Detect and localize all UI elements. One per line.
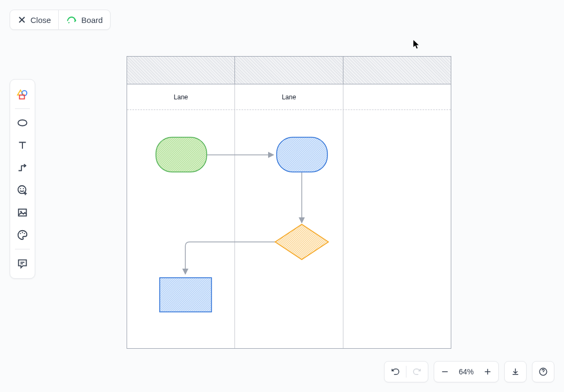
lane-title[interactable]: Lane (127, 84, 235, 109)
close-icon (18, 15, 26, 24)
terminator-shape[interactable] (156, 137, 207, 172)
lane-title[interactable]: Lane (235, 84, 343, 109)
connector-icon (17, 162, 28, 174)
zoom-level[interactable]: 64% (456, 367, 477, 376)
help-group (532, 361, 554, 382)
text-tool[interactable] (13, 136, 32, 155)
connector-tool[interactable] (13, 158, 32, 177)
text-icon (17, 139, 28, 151)
redo-icon (412, 367, 422, 377)
svg-point-3 (18, 120, 27, 126)
svg-point-4 (18, 186, 26, 194)
palette-icon (17, 229, 28, 241)
svg-point-10 (22, 232, 23, 233)
download-group (504, 361, 527, 382)
palette-tool[interactable] (13, 225, 32, 245)
ellipse-icon (17, 117, 28, 129)
lane-body[interactable] (343, 110, 451, 348)
zoom-controls: 64% (434, 361, 499, 382)
svg-point-6 (23, 188, 24, 189)
emoji-icon (17, 184, 28, 196)
svg-point-9 (20, 233, 21, 234)
bottom-controls: 64% (384, 361, 554, 382)
board-button[interactable]: Board (58, 10, 110, 29)
undo-button[interactable] (385, 361, 406, 382)
swimlane-header-row (127, 57, 451, 84)
ellipse-tool[interactable] (13, 113, 32, 132)
history-controls (384, 361, 428, 382)
close-label: Close (30, 15, 51, 25)
image-tool[interactable] (13, 203, 32, 222)
svg-point-5 (20, 188, 21, 189)
comment-icon (17, 257, 28, 269)
board-icon (66, 14, 77, 25)
lane-title[interactable] (343, 84, 451, 109)
separator (15, 249, 30, 249)
separator (15, 108, 30, 109)
close-button[interactable]: Close (10, 10, 58, 29)
swimlane-header[interactable] (235, 57, 343, 84)
swimlane-header[interactable] (127, 57, 235, 84)
lane-title-row: Lane Lane (127, 84, 451, 110)
image-icon (17, 207, 28, 218)
swimlane-header[interactable] (343, 57, 451, 84)
top-toolbar: Close Board (10, 10, 111, 30)
comment-tool[interactable] (13, 254, 32, 273)
download-button[interactable] (505, 361, 526, 382)
emoji-tool[interactable] (13, 181, 32, 200)
board-label: Board (81, 15, 103, 25)
zoom-in-button[interactable] (477, 361, 498, 382)
process-shape[interactable] (277, 137, 327, 172)
zoom-out-button[interactable] (434, 361, 456, 382)
shapes-tool[interactable] (13, 85, 32, 104)
download-icon (511, 367, 520, 377)
redo-button[interactable] (406, 361, 428, 382)
task-shape[interactable] (160, 278, 212, 312)
side-toolbar (10, 79, 35, 279)
help-button[interactable] (532, 361, 554, 382)
plus-icon (483, 367, 492, 377)
minus-icon (440, 367, 450, 377)
diagram-canvas[interactable]: Lane Lane (127, 56, 451, 349)
help-icon (538, 367, 548, 377)
cursor-icon (413, 40, 420, 49)
svg-point-11 (24, 233, 25, 234)
undo-icon (390, 367, 400, 377)
shapes-icon (17, 89, 28, 100)
